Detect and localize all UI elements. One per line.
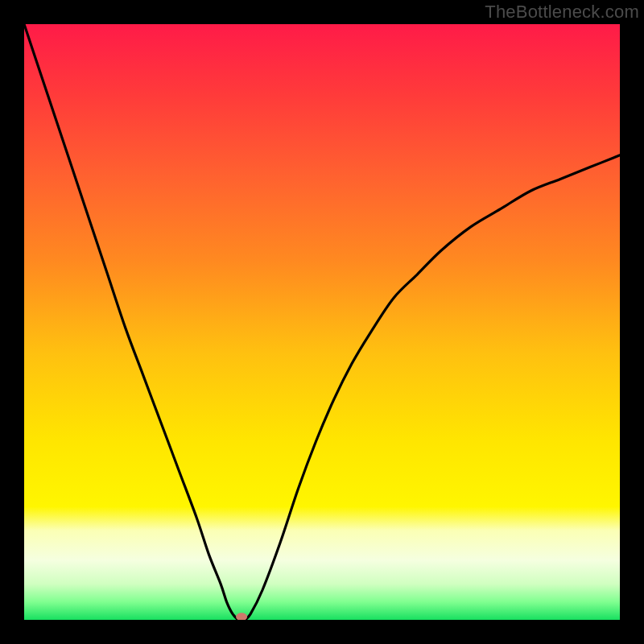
plot-area [24,24,620,620]
watermark-text: TheBottleneck.com [485,2,639,23]
chart-frame: TheBottleneck.com [0,0,644,644]
bottleneck-curve [24,24,620,620]
svg-point-1 [236,613,247,620]
